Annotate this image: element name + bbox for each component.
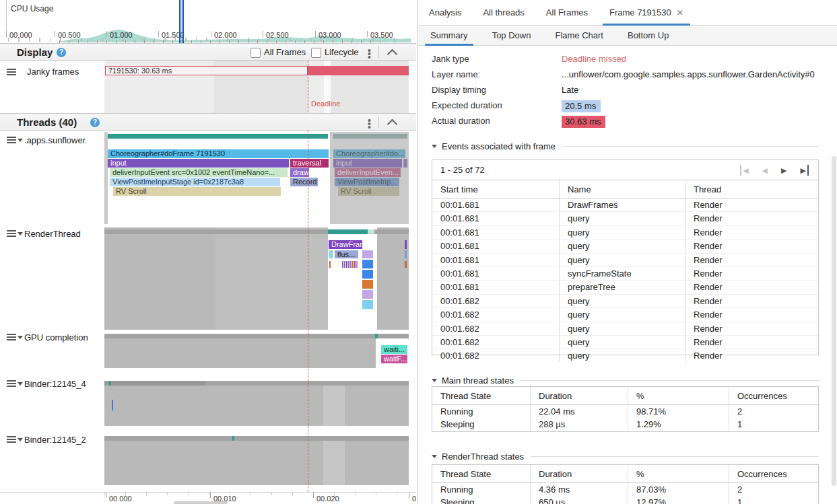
threads-kebab-menu-icon[interactable] (368, 119, 370, 130)
collapse-triangle-icon[interactable] (432, 455, 437, 458)
next-page-icon[interactable]: ▶ (781, 165, 786, 176)
trace-event-block[interactable] (362, 270, 373, 279)
trace-event-fragment[interactable] (348, 261, 349, 268)
trace-event-rv-scroll[interactable]: RV Scroll (113, 187, 281, 196)
table-row[interactable]: 00:01.681prepareTreeRender (432, 280, 818, 293)
trace-event-fragment[interactable] (331, 250, 333, 258)
last-page-icon[interactable]: ▶ (801, 165, 809, 176)
expand-caret-icon[interactable] (18, 438, 23, 441)
previous-page-icon[interactable]: ◀ (762, 165, 768, 176)
trace-event-block[interactable] (362, 290, 373, 299)
timeline-selection-marker[interactable] (179, 0, 184, 43)
table-header-row[interactable]: Thread StateDuration%Occurrences (432, 465, 818, 483)
tab-frame-7191530[interactable]: Frame 7191530✕ (599, 0, 694, 26)
trace-event-fragment[interactable] (346, 261, 347, 268)
thread-tracks-canvas[interactable]: Choreographer#doFrame 7191530 input trav… (104, 131, 409, 492)
collapse-triangle-icon[interactable] (432, 379, 437, 382)
trace-event-fragment[interactable] (342, 261, 343, 268)
table-row[interactable]: 00:01.681syncFrameStateRender (432, 266, 818, 280)
trace-event-block[interactable] (362, 300, 373, 309)
table-row[interactable]: Running4.36 ms87.03%2 (432, 483, 818, 496)
trace-event-deliver-input[interactable]: deliverInputEvent src=0x1002 eventTimeNa… (110, 168, 288, 177)
subtab-flame-chart[interactable]: Flame Chart (543, 26, 615, 46)
first-page-icon[interactable]: ◀ (740, 165, 748, 176)
drag-handle-icon[interactable] (7, 137, 16, 143)
table-header-row[interactable]: Thread StateDuration%Occurrences (432, 387, 818, 405)
expand-caret-icon[interactable] (18, 139, 23, 142)
trace-event-fragment[interactable] (362, 250, 373, 258)
expand-caret-icon[interactable] (18, 336, 23, 339)
trace-event-input[interactable]: input (108, 159, 289, 168)
trace-event-viewpostime[interactable]: ViewPostImeInputStage id=0x2187c3a8 (110, 178, 280, 186)
trace-event-waiting[interactable]: waiti... (381, 345, 407, 354)
janky-track[interactable]: 7191530: 30.63 ms Deadline (104, 61, 409, 113)
trace-event-fragment[interactable] (405, 240, 407, 249)
trace-event-fragment[interactable] (112, 400, 113, 410)
help-icon[interactable]: ? (57, 48, 66, 57)
janky-frame-overrun-bar[interactable] (308, 66, 409, 75)
table-row[interactable]: 00:01.682queryRender (432, 294, 818, 308)
vertical-scrollbar[interactable] (832, 156, 836, 486)
table-row[interactable]: 00:01.682queryRender (432, 349, 818, 362)
table-row[interactable]: Sleeping288 µs1.29%1 (432, 418, 818, 431)
table-header-row[interactable]: Start timeNameThread (432, 180, 818, 199)
trace-event-fragment[interactable] (356, 261, 358, 268)
table-row[interactable]: 00:01.682queryRender (432, 308, 818, 321)
drag-handle-icon[interactable] (7, 334, 16, 340)
lifecycle-checkbox[interactable] (311, 48, 321, 58)
table-row[interactable]: 00:01.682queryRender (432, 335, 818, 349)
trace-event-fragment[interactable] (354, 261, 356, 268)
drag-handle-icon[interactable] (7, 69, 16, 75)
trace-event-fragment[interactable] (350, 261, 351, 268)
trace-event-traversal[interactable]: traversal (290, 159, 329, 168)
tab-all-threads[interactable]: All threads (472, 0, 535, 26)
trace-event-record[interactable]: Record ... (290, 178, 318, 186)
tab-analysis[interactable]: Analysis (418, 0, 472, 26)
table-row[interactable]: 00:01.681queryRender (432, 239, 818, 252)
trace-event-fragment[interactable] (405, 250, 407, 258)
trace-event-drawframes[interactable]: DrawFram... (329, 240, 362, 249)
display-kebab-menu-icon[interactable] (368, 49, 370, 60)
table-row[interactable]: 00:01.682queryRender (432, 322, 818, 335)
tab-all-frames[interactable]: All Frames (535, 0, 599, 26)
table-row[interactable]: 00:01.681queryRender (432, 225, 818, 239)
table-row[interactable]: 00:01.681queryRender (432, 253, 818, 266)
table-row[interactable]: 00:01.681queryRender (432, 211, 818, 225)
subtab-top-down[interactable]: Top Down (480, 26, 543, 46)
trace-event-choreographer[interactable]: Choreographer#doFrame 7191530 (108, 149, 329, 158)
trace-event-fragment[interactable] (329, 250, 331, 258)
trace-event-fragment[interactable] (344, 261, 345, 268)
table-row[interactable]: Sleeping650 µs12.97%1 (432, 496, 818, 504)
all-frames-checkbox[interactable] (250, 48, 261, 58)
threads-section-header[interactable]: Threads (40) ? (0, 113, 416, 131)
thread-label-renderthread[interactable]: RenderThread (24, 229, 81, 239)
display-collapse-chevron-icon[interactable] (387, 49, 398, 60)
trace-event-fragment[interactable] (405, 261, 407, 268)
expand-caret-icon[interactable] (18, 232, 23, 236)
janky-frame-bar[interactable]: 7191530: 30.63 ms (105, 66, 308, 75)
thread-label-gpu-completion[interactable]: GPU completion (24, 332, 88, 343)
help-icon[interactable]: ? (90, 118, 100, 127)
subtab-bottom-up[interactable]: Bottom Up (615, 26, 681, 46)
drag-handle-icon[interactable] (7, 230, 16, 237)
trace-event-flush[interactable]: flus... (335, 250, 358, 258)
thread-label-binder-4[interactable]: Binder:12145_4 (24, 379, 86, 389)
table-row[interactable]: 00:01.681DrawFramesRender (432, 199, 818, 211)
subtab-summary[interactable]: Summary (418, 26, 480, 46)
drag-handle-icon[interactable] (7, 380, 16, 387)
display-section-header[interactable]: Display ? All Frames Lifecycle (0, 43, 416, 61)
events-section-header[interactable]: Events associated with frame (432, 141, 819, 151)
renderthread-states-header[interactable]: RenderThread states (432, 451, 819, 462)
expand-caret-icon[interactable] (18, 382, 23, 386)
trace-event-waitfence[interactable]: waitF... (381, 355, 407, 363)
thread-label-sunflower[interactable]: .apps.sunflower (24, 135, 86, 145)
threads-collapse-chevron-icon[interactable] (387, 119, 398, 130)
trace-event-fragment[interactable] (352, 261, 354, 268)
main-thread-states-header[interactable]: Main thread states (432, 375, 819, 386)
table-row[interactable]: Running22.04 ms98.71%2 (432, 405, 818, 418)
thread-label-binder-2[interactable]: Binder:12145_2 (24, 435, 86, 445)
close-tab-icon[interactable]: ✕ (677, 8, 683, 17)
trace-event-draw[interactable]: draw (290, 168, 309, 177)
collapse-triangle-icon[interactable] (432, 145, 437, 148)
trace-event-block[interactable] (362, 280, 373, 289)
